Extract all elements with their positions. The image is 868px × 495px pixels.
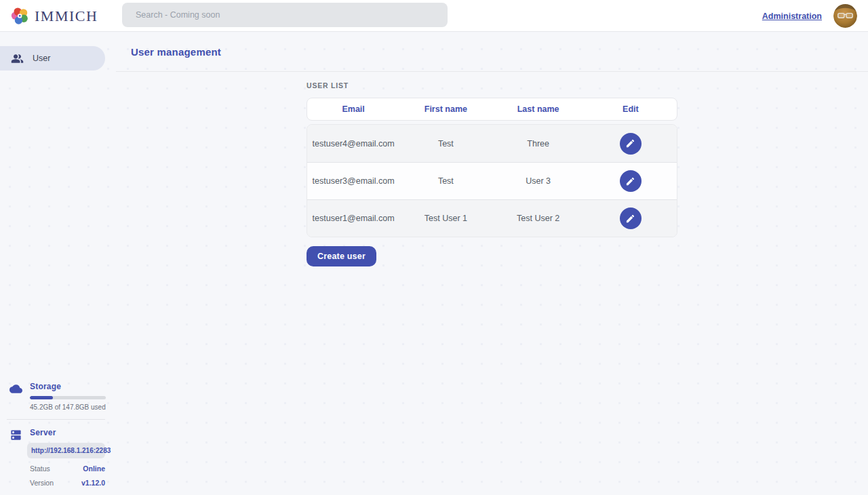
table-row: testuser1@email.com Test User 1 Test Use…: [307, 199, 677, 237]
cell-first-name: Test: [399, 176, 492, 186]
sidebar-divider: [7, 419, 105, 420]
table-header: Email First name Last name Edit: [307, 98, 677, 121]
search-input[interactable]: [122, 3, 448, 27]
section-label: USER LIST: [307, 81, 677, 90]
users-icon: [11, 52, 24, 65]
immich-logo-icon: [10, 6, 30, 26]
server-status-row: Status Online: [30, 464, 105, 473]
main-content: User management USER LIST Email First na…: [116, 32, 868, 495]
column-header-email: Email: [307, 104, 399, 114]
sidebar-bottom: Storage 45.2GB of 147.8GB used Server ht…: [0, 382, 116, 487]
app-name: IMMICH: [35, 7, 98, 25]
header-right: Administration: [762, 0, 857, 32]
storage-title: Storage: [30, 382, 106, 391]
pencil-icon: [625, 176, 635, 186]
cell-email: testuser1@email.com: [307, 214, 399, 223]
edit-user-button[interactable]: [620, 170, 642, 192]
cell-last-name: Three: [492, 139, 585, 148]
user-avatar[interactable]: [833, 4, 857, 28]
storage-progress-bar: [30, 396, 106, 399]
user-table: testuser4@email.com Test Three testuser3…: [307, 124, 677, 237]
cell-email: testuser4@email.com: [307, 139, 399, 148]
table-row: testuser3@email.com Test User 3: [307, 162, 677, 199]
version-label: Version: [30, 479, 54, 487]
storage-usage-text: 45.2GB of 147.8GB used: [30, 403, 106, 411]
server-section: Server http://192.168.1.216:2283 Status …: [0, 428, 105, 487]
cell-first-name: Test: [399, 139, 492, 148]
column-header-edit: Edit: [585, 104, 677, 114]
cell-last-name: Test User 2: [492, 214, 585, 223]
administration-link[interactable]: Administration: [762, 12, 822, 21]
edit-user-button[interactable]: [620, 207, 642, 229]
table-row: testuser4@email.com Test Three: [307, 125, 677, 162]
status-value: Online: [83, 464, 105, 473]
page-title: User management: [131, 46, 221, 58]
server-title: Server: [30, 428, 105, 437]
storage-section: Storage 45.2GB of 147.8GB used: [0, 382, 105, 411]
dns-icon: [9, 429, 22, 441]
storage-progress-fill: [30, 396, 53, 399]
cell-email: testuser3@email.com: [307, 176, 399, 186]
app-logo[interactable]: IMMICH: [10, 0, 98, 32]
titlebar: User management: [116, 32, 868, 72]
version-value: v1.12.0: [81, 479, 105, 487]
avatar-glasses-icon: [833, 4, 857, 28]
status-label: Status: [30, 464, 50, 473]
server-url: http://192.168.1.216:2283: [27, 443, 105, 458]
cloud-icon: [9, 382, 22, 395]
column-header-first-name: First name: [399, 104, 492, 114]
sidebar: User Storage 45.2GB of 147.8GB used: [0, 32, 116, 495]
pencil-icon: [625, 138, 635, 148]
pencil-icon: [625, 214, 635, 224]
cell-last-name: User 3: [492, 176, 585, 186]
server-version-row: Version v1.12.0: [30, 479, 105, 487]
create-user-button[interactable]: Create user: [307, 246, 376, 266]
cell-first-name: Test User 1: [399, 214, 492, 223]
sidebar-item-user[interactable]: User: [0, 46, 105, 71]
edit-user-button[interactable]: [620, 133, 642, 155]
column-header-last-name: Last name: [492, 104, 585, 114]
top-header: IMMICH Administration: [0, 0, 868, 32]
sidebar-item-label: User: [33, 54, 50, 63]
